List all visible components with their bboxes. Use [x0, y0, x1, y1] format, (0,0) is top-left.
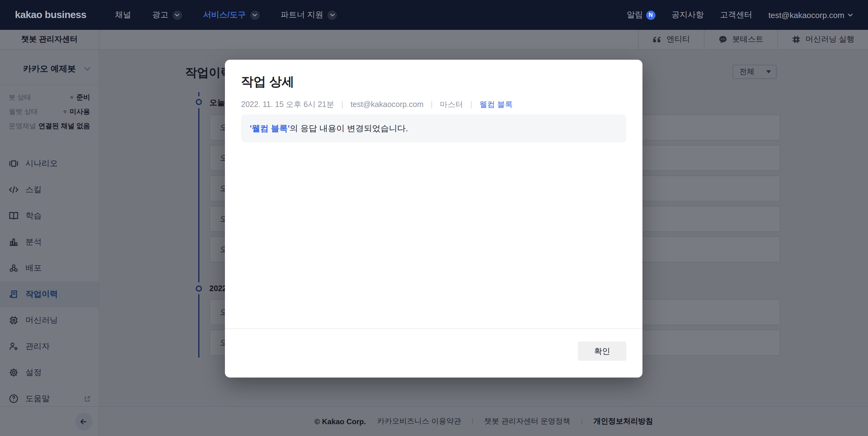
chevron-down-icon: [250, 10, 259, 20]
nav-item-label: 광고: [152, 9, 168, 21]
help-center-link[interactable]: 고객센터: [720, 9, 752, 21]
modal-message-highlight: '웰컴 블록': [250, 123, 289, 133]
nav-item-label: 채널: [115, 9, 131, 21]
modal-meta: 2022. 11. 15 오후 6시 21분 | test@kakaocorp.…: [241, 99, 513, 110]
welcome-block-link[interactable]: 웰컴 블록: [479, 100, 513, 109]
modal-message-rest: 의 응답 내용이 변경되었습니다.: [289, 123, 408, 133]
account-email: test@kakaocorp.com: [768, 10, 844, 20]
nav-item-ads[interactable]: 광고: [152, 9, 182, 21]
nav-item-channel[interactable]: 채널: [115, 9, 131, 21]
kakao-business-logo[interactable]: kakao business: [15, 9, 86, 21]
nav-item-partner-support[interactable]: 파트너 지원: [281, 9, 337, 21]
meta-separator: |: [341, 100, 344, 109]
top-nav-right: 알림 N 공지사항 고객센터 test@kakaocorp.com: [627, 9, 853, 21]
confirm-button[interactable]: 확인: [578, 342, 626, 361]
notice-link[interactable]: 공지사항: [671, 9, 704, 21]
modal-message: '웰컴 블록'의 응답 내용이 변경되었습니다.: [250, 123, 408, 134]
modal-meta-email: test@kakaocorp.com: [350, 100, 424, 109]
chevron-down-icon: [328, 10, 337, 20]
modal-meta-datetime: 2022. 11. 15 오후 6시 21분: [241, 100, 334, 109]
notifications-button[interactable]: 알림 N: [627, 9, 655, 21]
chevron-down-icon: [847, 13, 853, 17]
nav-item-label: 파트너 지원: [281, 9, 323, 21]
chevron-down-icon: [173, 10, 182, 20]
modal-message-box: '웰컴 블록'의 응답 내용이 변경되었습니다.: [241, 114, 626, 142]
modal-footer-divider: [225, 328, 643, 329]
modal-title: 작업 상세: [241, 74, 294, 90]
work-detail-modal: 작업 상세 2022. 11. 15 오후 6시 21분 | test@kaka…: [225, 60, 643, 378]
nav-item-label: 서비스/도구: [203, 9, 246, 21]
kakao-business-chatbot-admin: kakao business 채널 광고 서비스/도구 파트너 지원: [0, 0, 868, 436]
account-menu[interactable]: test@kakaocorp.com: [768, 10, 853, 20]
nav-item-services-tools[interactable]: 서비스/도구: [203, 9, 259, 21]
top-nav-menu: 채널 광고 서비스/도구 파트너 지원: [115, 9, 337, 21]
modal-meta-role: 마스터: [440, 100, 463, 109]
notifications-label: 알림: [627, 9, 643, 21]
viewport: kakao business 채널 광고 서비스/도구 파트너 지원: [0, 0, 868, 436]
new-badge: N: [646, 10, 655, 20]
meta-separator: |: [470, 100, 472, 109]
notice-label: 공지사항: [671, 9, 704, 21]
top-nav: kakao business 채널 광고 서비스/도구 파트너 지원: [0, 0, 868, 30]
meta-separator: |: [431, 100, 433, 109]
help-center-label: 고객센터: [720, 9, 752, 21]
